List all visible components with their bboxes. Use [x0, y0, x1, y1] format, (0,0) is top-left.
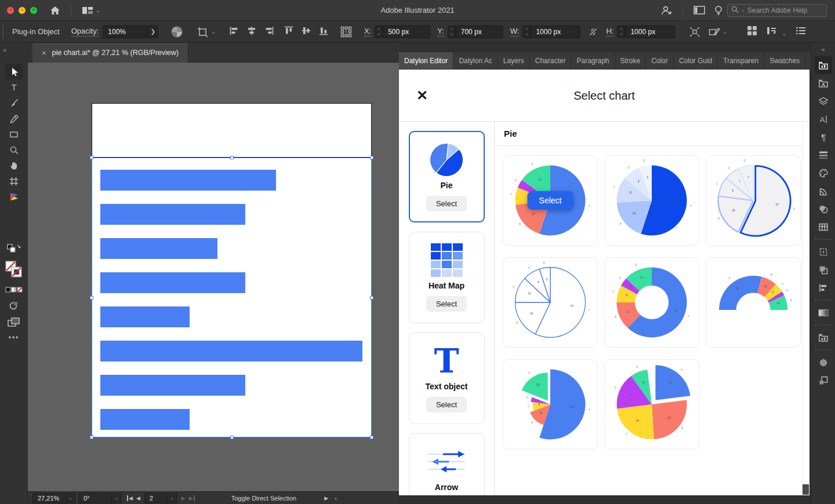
artboard-options-icon[interactable]: ⌄	[197, 27, 216, 37]
bar-segment[interactable]	[100, 238, 217, 259]
chart-type-select-button[interactable]: Select	[426, 296, 467, 312]
align-top-icon[interactable]	[284, 25, 294, 38]
zoom-window-button[interactable]: +	[30, 7, 37, 14]
distribute-icon[interactable]	[340, 26, 352, 38]
chart-type-card-pie[interactable]: PieSelect	[409, 131, 485, 222]
chart-variant-card-pie-outline[interactable]: A57B20C9D7E7	[706, 155, 801, 246]
prev-artboard-icon[interactable]: ◀	[136, 495, 140, 501]
arrange-documents-icon[interactable]: ⌄	[82, 6, 100, 14]
artboards-panel-icon[interactable]	[815, 371, 832, 389]
color-guide-panel-icon[interactable]	[815, 182, 832, 200]
panel-tab-datylon-editor[interactable]: Datylon Editor	[399, 52, 453, 69]
artboard-dropdown[interactable]: ⌄	[168, 493, 177, 503]
close-tab-icon[interactable]: ×	[42, 49, 46, 57]
dialog-scrollbar[interactable]	[802, 122, 809, 495]
bar-chart[interactable]	[92, 158, 371, 437]
bar-segment[interactable]	[100, 409, 190, 430]
selected-chart-object[interactable]	[92, 158, 372, 437]
status-collapse-icon[interactable]: ‹	[335, 495, 337, 502]
color-panel-icon[interactable]	[815, 164, 832, 182]
zoom-level-dropdown[interactable]: ⌄	[66, 493, 75, 503]
artboard-number-field[interactable]: 2	[144, 493, 168, 503]
selection-handle[interactable]	[370, 296, 373, 300]
libraries-panel-icon[interactable]	[815, 328, 832, 346]
last-artboard-icon[interactable]: ▶	[189, 495, 195, 501]
swatches-panel-icon[interactable]	[815, 218, 832, 236]
bar-segment[interactable]	[100, 375, 245, 396]
bar-segment[interactable]	[100, 341, 362, 361]
transform-bounds-icon[interactable]	[689, 26, 700, 38]
minimize-window-button[interactable]: −	[19, 7, 26, 14]
selection-handle[interactable]	[230, 156, 234, 159]
paintbrush-tool[interactable]	[5, 95, 23, 111]
panel-toggle-icon[interactable]	[694, 6, 705, 14]
chart-variant-card-pie[interactable]: A55B18C8D4E15Select	[503, 155, 598, 246]
canvas[interactable]	[28, 63, 399, 491]
unlink-dimensions-icon[interactable]	[588, 27, 598, 37]
pie-variant-select-button[interactable]: Select	[528, 191, 573, 210]
color-mode-strip[interactable]	[5, 285, 23, 295]
panel-tab-layers[interactable]: Layers	[498, 52, 530, 69]
opacity-dropdown-arrow[interactable]: ❯	[148, 25, 158, 38]
edit-toolbar-dots-icon[interactable]: •••	[9, 334, 20, 342]
panel-tab-color-guid[interactable]: Color Guid	[674, 52, 718, 69]
chart-type-card-heat-map[interactable]: Heat MapSelect	[409, 232, 485, 323]
search-scope-chevron-icon[interactable]: ⌄	[741, 8, 745, 13]
chart-type-card-arrow[interactable]: ArrowSelect	[409, 433, 485, 495]
next-artboard-icon[interactable]: ▶	[181, 495, 186, 501]
bar-segment[interactable]	[100, 204, 245, 225]
rectangle-tool[interactable]	[5, 126, 23, 142]
selection-handle[interactable]	[370, 156, 373, 159]
artboard-tool[interactable]	[5, 173, 23, 189]
x-value-field[interactable]: 500 px	[383, 25, 430, 38]
panel-tabs-overflow-chevron[interactable]: »	[805, 52, 811, 69]
selection-handle[interactable]	[90, 436, 93, 439]
opacity-value-field[interactable]: 100%	[103, 25, 148, 38]
character-panel-icon[interactable]: A	[815, 110, 832, 128]
screen-mode-icon[interactable]	[8, 317, 20, 329]
draw-mode-icon[interactable]	[9, 300, 19, 313]
opacity-label[interactable]: Opacity:	[71, 27, 99, 36]
chart-type-card-text-object[interactable]: TText objectSelect	[409, 333, 485, 424]
zoom-level-field[interactable]: 27,21%	[32, 493, 66, 503]
h-stepper[interactable]: ⌃⌄	[617, 25, 625, 38]
panel-tab-datylon-ac[interactable]: Datylon Ac	[453, 52, 498, 69]
fill-stroke-swatches[interactable]	[5, 261, 23, 280]
selection-tool[interactable]	[5, 64, 23, 79]
align-bottom-icon[interactable]	[318, 25, 329, 38]
chart-variant-card-pie-monochrome[interactable]: A55B19C12D8E6	[604, 155, 699, 246]
w-stepper[interactable]: ⌃⌄	[522, 25, 531, 38]
chart-type-select-button[interactable]: Select	[426, 196, 467, 211]
rail-collapse-chevron[interactable]: «	[811, 43, 835, 53]
align-panel-icon[interactable]	[815, 279, 832, 297]
transparency-panel-icon[interactable]	[815, 200, 832, 218]
y-stepper[interactable]: ⌃⌄	[448, 25, 456, 38]
rotation-dropdown[interactable]: ⌄	[112, 493, 121, 503]
panel-expand-chevron[interactable]: »	[3, 46, 6, 53]
chart-variant-card-pie-stroke[interactable]: A57B18C12D8E5	[503, 257, 598, 348]
zoom-tool[interactable]	[5, 142, 23, 158]
eyedropper-tool[interactable]	[5, 111, 23, 126]
panel-tab-swatches[interactable]: Swatches	[764, 52, 805, 69]
workspace-grid-icon[interactable]	[747, 25, 757, 38]
home-icon[interactable]	[50, 6, 60, 15]
color-wheel-icon[interactable]	[171, 26, 183, 38]
document-setup-icon[interactable]: ⌄	[767, 26, 786, 37]
rotation-field[interactable]: 0°	[78, 493, 112, 503]
panel-tab-character[interactable]: Character	[530, 52, 572, 69]
selection-handle[interactable]	[370, 436, 373, 439]
panel-tab-transparen[interactable]: Transparen	[718, 52, 764, 69]
controlbar-grip[interactable]	[2, 25, 5, 38]
datylon-account-panel-icon[interactable]	[815, 74, 832, 92]
bar-segment[interactable]	[100, 272, 245, 293]
bar-segment[interactable]	[100, 306, 190, 327]
paragraph-panel-icon[interactable]: ¶	[815, 128, 832, 146]
w-value-field[interactable]: 1000 px	[531, 25, 580, 38]
pathfinder-panel-icon[interactable]	[815, 261, 832, 279]
stroke-panel-icon[interactable]	[815, 146, 832, 164]
align-middle-v-icon[interactable]	[301, 25, 311, 38]
document-tab[interactable]: × pie chart.ai* @ 27,21 % (RGB/Preview)	[32, 43, 188, 63]
panel-tab-paragraph[interactable]: Paragraph	[571, 52, 615, 69]
align-left-icon[interactable]	[229, 25, 239, 38]
transform-panel-icon[interactable]	[815, 243, 832, 261]
